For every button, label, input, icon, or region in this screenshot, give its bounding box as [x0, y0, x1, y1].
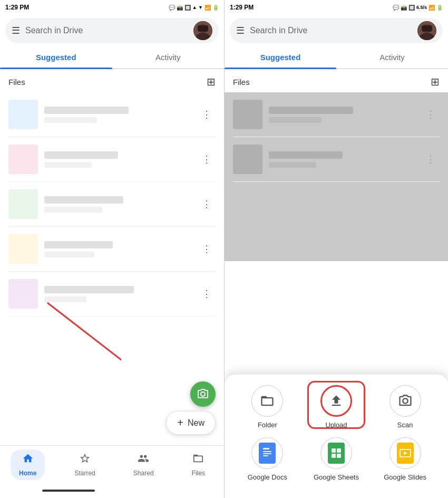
- tabs-right: Suggested Activity: [225, 46, 448, 69]
- file-meta-1: [44, 117, 97, 123]
- more-options-4[interactable]: ⋮: [198, 241, 216, 257]
- hamburger-icon-right[interactable]: ☰: [236, 25, 245, 36]
- file-info-5: [44, 286, 198, 302]
- sheet-item-scan[interactable]: Scan: [382, 385, 429, 429]
- more-options-5[interactable]: ⋮: [198, 286, 216, 302]
- file-name-4: [44, 241, 113, 248]
- svg-rect-4: [198, 25, 208, 32]
- docs-icon: [259, 443, 276, 464]
- file-thumb-2: [8, 145, 38, 174]
- file-info-1: [44, 107, 198, 123]
- nav-shared[interactable]: Shared: [125, 449, 162, 480]
- tabs-left: Suggested Activity: [0, 46, 224, 69]
- upload-icon: [329, 394, 344, 408]
- svg-rect-11: [422, 25, 432, 32]
- nav-starred-label: Starred: [74, 470, 95, 477]
- sheet-item-slides[interactable]: Google Slides: [382, 437, 429, 481]
- file-row-r1: ⋮: [233, 92, 440, 137]
- files-header-left: Files ⊞: [0, 69, 224, 92]
- slides-icon: [397, 443, 414, 464]
- search-bar-right[interactable]: ☰ Search in Drive: [230, 18, 443, 43]
- file-row-4: ⋮: [8, 227, 216, 272]
- new-fab-button[interactable]: + New: [166, 411, 216, 435]
- tab-activity-right[interactable]: Activity: [336, 46, 448, 68]
- grid-view-icon-left[interactable]: ⊞: [207, 75, 216, 88]
- right-phone-panel: 1:29 PM 💬 📸 🔲 6.5/s 📶 🔋 ☰ Search in Driv…: [224, 0, 448, 498]
- nav-home-label: Home: [19, 470, 36, 477]
- search-text-right: Search in Drive: [250, 26, 412, 35]
- shared-icon: [138, 453, 149, 467]
- file-thumb-5: [8, 279, 38, 309]
- camera-fab-icon: [197, 388, 209, 400]
- scan-label: Scan: [397, 421, 413, 429]
- nav-home[interactable]: Home: [11, 449, 45, 480]
- nav-shared-label: Shared: [133, 470, 154, 477]
- tab-suggested-left[interactable]: Suggested: [0, 46, 112, 68]
- file-row-3: ⋮: [8, 182, 216, 227]
- more-options-3[interactable]: ⋮: [198, 196, 216, 212]
- more-options-2[interactable]: ⋮: [198, 151, 216, 167]
- docs-icon-circle: [251, 437, 283, 469]
- file-name-5: [44, 286, 134, 293]
- folder-icon: [260, 394, 275, 408]
- svg-rect-14: [263, 453, 271, 454]
- scan-fab-button[interactable]: [190, 381, 216, 407]
- nav-files-label: Files: [192, 470, 205, 477]
- status-icons-left: 💬 📸 🔲 ▲ ▼ 📶 🔋: [169, 5, 219, 11]
- file-info-3: [44, 196, 198, 213]
- more-options-r1[interactable]: ⋮: [422, 107, 440, 122]
- file-meta-4: [44, 252, 94, 257]
- file-row-r2: ⋮: [233, 137, 440, 182]
- more-options-r2[interactable]: ⋮: [422, 151, 440, 167]
- tab-activity-left[interactable]: Activity: [112, 46, 225, 68]
- file-info-r1: [269, 107, 422, 123]
- upload-icon-circle: [320, 385, 352, 417]
- sheets-label: Google Sheets: [314, 473, 359, 481]
- sheets-icon-circle: [320, 437, 352, 469]
- file-info-4: [44, 241, 198, 257]
- svg-rect-15: [263, 455, 268, 456]
- tab-suggested-right[interactable]: Suggested: [225, 46, 336, 68]
- avatar-svg-left: [193, 21, 212, 40]
- file-info-2: [44, 151, 198, 168]
- nav-starred[interactable]: Starred: [66, 449, 103, 480]
- more-options-1[interactable]: ⋮: [198, 107, 216, 122]
- sheet-item-upload[interactable]: Upload: [313, 385, 360, 429]
- sheet-item-sheets[interactable]: Google Sheets: [313, 437, 360, 481]
- sheet-item-folder[interactable]: Folder: [244, 385, 291, 429]
- avatar-right[interactable]: [417, 21, 436, 40]
- hamburger-icon-left[interactable]: ☰: [12, 25, 20, 36]
- scan-icon-circle: [389, 385, 421, 417]
- files-icon: [192, 453, 204, 467]
- svg-rect-13: [263, 451, 271, 452]
- search-bar-left[interactable]: ☰ Search in Drive: [5, 18, 219, 43]
- star-icon: [79, 453, 91, 467]
- file-row-2: ⋮: [8, 137, 216, 182]
- svg-rect-18: [332, 454, 336, 458]
- folder-icon-circle: [251, 385, 283, 417]
- slides-icon-circle: [389, 437, 421, 469]
- nav-files[interactable]: Files: [183, 449, 213, 480]
- home-indicator-left: [42, 490, 95, 492]
- file-name-3: [44, 196, 123, 204]
- files-label-right: Files: [233, 78, 250, 87]
- new-label: New: [188, 418, 204, 428]
- file-thumb-r2: [233, 145, 262, 174]
- svg-rect-19: [337, 454, 341, 458]
- sheets-icon: [328, 443, 345, 464]
- home-bar-left: [0, 483, 224, 498]
- grid-view-icon-right[interactable]: ⊞: [431, 75, 440, 88]
- slides-label: Google Slides: [384, 473, 426, 481]
- file-thumb-r1: [233, 100, 262, 129]
- sheet-item-docs[interactable]: Google Docs: [244, 437, 291, 481]
- scan-icon: [398, 394, 413, 408]
- left-phone-panel: 1:29 PM 💬 📸 🔲 ▲ ▼ 📶 🔋 ☰ Search in Drive: [0, 0, 224, 498]
- avatar-left[interactable]: [193, 21, 212, 40]
- time-left: 1:29 PM: [5, 4, 29, 11]
- file-meta-5: [44, 296, 86, 302]
- docs-label: Google Docs: [248, 473, 287, 481]
- upload-label: Upload: [325, 421, 347, 429]
- file-thumb-1: [8, 100, 38, 129]
- file-row-5: ⋮: [8, 272, 216, 317]
- status-icons-right: 💬 📸 🔲 6.5/s 📶 🔋: [393, 5, 443, 11]
